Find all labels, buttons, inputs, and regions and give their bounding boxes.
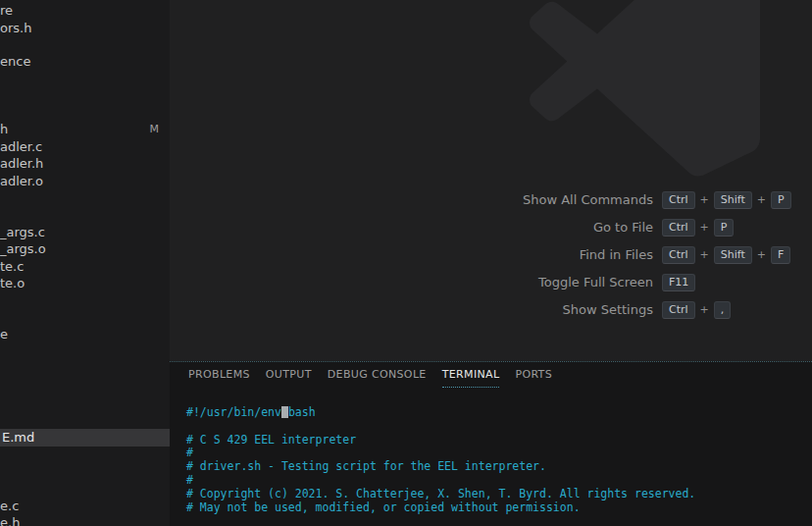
panel-tab-bar: PROBLEMSOUTPUTDEBUG CONSOLETERMINALPORTS — [170, 362, 812, 388]
shortcut-keys: F11 — [662, 274, 695, 291]
terminal-cursor — [281, 406, 288, 418]
file-label: e.h — [0, 515, 20, 526]
plus-separator: + — [757, 248, 766, 261]
file-label: adler.c — [0, 139, 42, 154]
explorer-sidebar: reors.hencehMadler.cadler.hadler.o_args.… — [0, 0, 170, 526]
watermark-shortcuts: Show All CommandsCtrl+Shift+PGo to FileC… — [170, 191, 812, 329]
vscode-logo-watermark — [530, 0, 760, 177]
shortcut-label: Toggle Full Screen — [170, 275, 653, 289]
file-label: _args.o — [0, 241, 46, 256]
file-label: ence — [0, 54, 30, 69]
plus-separator: + — [700, 248, 709, 261]
explorer-file-item[interactable]: E.md — [0, 429, 170, 447]
file-label: te.o — [0, 276, 25, 290]
keycap: Ctrl — [662, 219, 695, 237]
keycap: Shift — [714, 191, 752, 209]
keycap: F — [771, 246, 790, 264]
explorer-file-item[interactable]: ence — [0, 53, 170, 71]
editor-area: Show All CommandsCtrl+Shift+PGo to FileC… — [170, 0, 812, 361]
file-label: te.c — [0, 259, 24, 274]
panel-tab-debug-console[interactable]: DEBUG CONSOLE — [328, 362, 427, 388]
shortcut-label: Show All Commands — [170, 192, 653, 207]
explorer-file-item[interactable]: _args.o — [0, 240, 170, 258]
keycap: Ctrl — [662, 191, 695, 209]
explorer-file-item[interactable]: te.o — [0, 275, 170, 292]
shortcut-row: Find in FilesCtrl+Shift+F — [170, 246, 812, 263]
panel-tab-output[interactable]: OUTPUT — [266, 362, 312, 388]
panel-tab-terminal[interactable]: TERMINAL — [442, 362, 500, 388]
explorer-file-item[interactable]: _args.c — [0, 224, 170, 241]
file-label: e — [0, 327, 8, 342]
terminal-line: # C S 429 EEL interpreter — [186, 434, 812, 447]
terminal-line: #!/usr/bin/envbash — [186, 406, 812, 420]
panel-tab-ports[interactable]: PORTS — [515, 362, 552, 388]
shortcut-label: Go to File — [170, 220, 653, 235]
panel-tab-problems[interactable]: PROBLEMS — [188, 362, 250, 388]
shortcut-keys: Ctrl+, — [662, 301, 731, 319]
file-label: adler.h — [0, 156, 43, 171]
keycap: Ctrl — [662, 301, 695, 319]
shortcut-keys: Ctrl+P — [662, 219, 734, 237]
explorer-file-item[interactable]: adler.h — [0, 155, 170, 173]
terminal-line: # Copyright (c) 2021. S. Chatterjee, X. … — [186, 488, 812, 501]
terminal-line: # May not be used, modified, or copied w… — [186, 501, 812, 515]
bottom-panel: PROBLEMSOUTPUTDEBUG CONSOLETERMINALPORTS… — [170, 361, 812, 526]
shortcut-keys: Ctrl+Shift+F — [662, 246, 790, 264]
file-label: adler.o — [0, 174, 43, 188]
explorer-file-item[interactable]: adler.c — [0, 138, 170, 156]
terminal-line: # driver.sh - Testing script for the EEL… — [186, 460, 812, 474]
terminal-output[interactable]: #!/usr/bin/envbash# C S 429 EEL interpre… — [170, 388, 812, 514]
explorer-file-item[interactable]: e — [0, 326, 170, 343]
file-label: h — [0, 122, 8, 136]
shortcut-label: Find in Files — [170, 247, 653, 262]
shortcut-row: Show All CommandsCtrl+Shift+P — [170, 191, 812, 208]
shortcut-keys: Ctrl+Shift+P — [662, 191, 791, 209]
plus-separator: + — [757, 193, 766, 206]
keycap: F11 — [662, 274, 695, 291]
file-label: _args.c — [0, 225, 45, 239]
plus-separator: + — [700, 303, 709, 316]
explorer-file-item[interactable]: e.c — [0, 498, 170, 515]
keycap: P — [771, 191, 791, 209]
shortcut-row: Go to FileCtrl+P — [170, 219, 812, 236]
file-label: ors.h — [0, 21, 31, 35]
plus-separator: + — [700, 221, 709, 234]
vscode-window: reors.hencehMadler.cadler.hadler.o_args.… — [0, 0, 812, 526]
terminal-line: # — [186, 474, 812, 488]
keycap: Ctrl — [662, 246, 695, 264]
terminal-text: #!/usr/bin/env — [186, 405, 281, 419]
keycap: P — [714, 219, 735, 237]
terminal-text: bash — [288, 405, 316, 419]
explorer-file-item[interactable]: adler.o — [0, 173, 170, 190]
keycap: , — [714, 301, 732, 319]
file-label: E.md — [0, 430, 34, 445]
shortcut-row: Toggle Full ScreenF11 — [170, 274, 812, 290]
file-label: re — [0, 3, 13, 18]
git-modified-badge: M — [150, 121, 160, 138]
file-label: e.c — [0, 499, 19, 513]
explorer-file-item[interactable]: te.c — [0, 258, 170, 276]
explorer-file-item[interactable]: e.h — [0, 514, 170, 526]
shortcut-label: Show Settings — [170, 302, 653, 317]
terminal-line: # — [186, 447, 812, 460]
shortcut-row: Show SettingsCtrl+, — [170, 301, 812, 318]
explorer-file-item[interactable]: re — [0, 2, 170, 20]
explorer-file-item[interactable]: ors.h — [0, 20, 170, 37]
keycap: Shift — [714, 246, 752, 264]
plus-separator: + — [700, 193, 709, 206]
explorer-file-item[interactable]: hM — [0, 121, 170, 138]
terminal-line — [186, 420, 812, 434]
